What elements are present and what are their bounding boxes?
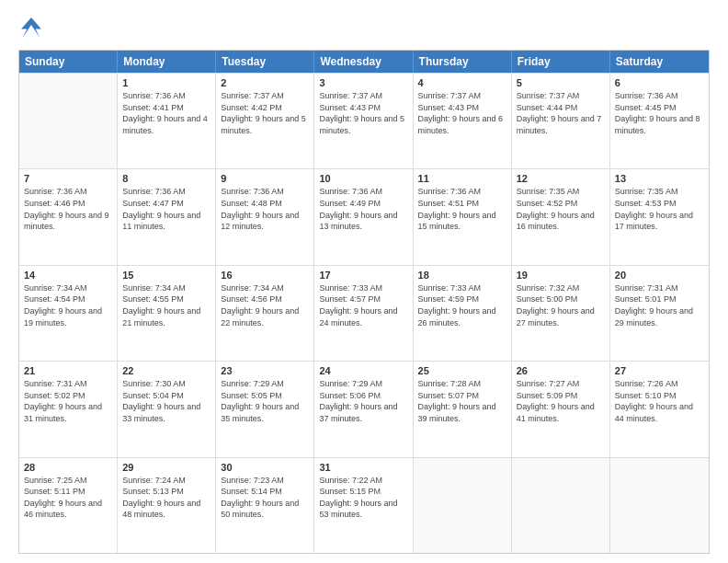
day-number: 29 bbox=[122, 462, 210, 473]
cell-info: Sunrise: 7:37 AMSunset: 4:43 PMDaylight:… bbox=[418, 90, 506, 136]
calendar-cell: 29Sunrise: 7:24 AMSunset: 5:13 PMDayligh… bbox=[118, 458, 216, 553]
calendar: SundayMondayTuesdayWednesdayThursdayFrid… bbox=[18, 50, 710, 554]
cell-info: Sunrise: 7:35 AMSunset: 4:53 PMDaylight:… bbox=[615, 186, 704, 232]
day-number: 20 bbox=[615, 270, 704, 281]
calendar-row-0: 1Sunrise: 7:36 AMSunset: 4:41 PMDaylight… bbox=[19, 73, 709, 168]
page: SundayMondayTuesdayWednesdayThursdayFrid… bbox=[0, 0, 728, 563]
day-number: 25 bbox=[418, 365, 506, 376]
calendar-cell: 7Sunrise: 7:36 AMSunset: 4:46 PMDaylight… bbox=[19, 169, 118, 264]
day-number: 12 bbox=[517, 173, 605, 184]
calendar-row-2: 14Sunrise: 7:34 AMSunset: 4:54 PMDayligh… bbox=[19, 265, 709, 361]
calendar-cell: 30Sunrise: 7:23 AMSunset: 5:14 PMDayligh… bbox=[216, 458, 314, 553]
day-number: 14 bbox=[24, 270, 112, 281]
calendar-cell: 4Sunrise: 7:37 AMSunset: 4:43 PMDaylight… bbox=[414, 74, 512, 168]
cell-info: Sunrise: 7:34 AMSunset: 4:55 PMDaylight:… bbox=[122, 282, 210, 328]
cell-info: Sunrise: 7:25 AMSunset: 5:11 PMDaylight:… bbox=[24, 475, 112, 521]
calendar-row-3: 21Sunrise: 7:31 AMSunset: 5:02 PMDayligh… bbox=[19, 361, 709, 456]
cell-info: Sunrise: 7:29 AMSunset: 5:05 PMDaylight:… bbox=[221, 378, 309, 424]
cell-info: Sunrise: 7:34 AMSunset: 4:54 PMDaylight:… bbox=[24, 282, 112, 328]
calendar-cell: 18Sunrise: 7:33 AMSunset: 4:59 PMDayligh… bbox=[414, 266, 512, 361]
cell-info: Sunrise: 7:24 AMSunset: 5:13 PMDaylight:… bbox=[122, 475, 210, 521]
cell-info: Sunrise: 7:37 AMSunset: 4:42 PMDaylight:… bbox=[221, 90, 309, 136]
day-number: 22 bbox=[122, 365, 210, 376]
logo bbox=[18, 15, 48, 40]
calendar-cell: 22Sunrise: 7:30 AMSunset: 5:04 PMDayligh… bbox=[118, 362, 216, 456]
day-number: 23 bbox=[221, 365, 309, 376]
day-number: 24 bbox=[319, 365, 407, 376]
cell-info: Sunrise: 7:31 AMSunset: 5:02 PMDaylight:… bbox=[24, 378, 112, 424]
calendar-cell: 11Sunrise: 7:36 AMSunset: 4:51 PMDayligh… bbox=[414, 169, 512, 264]
day-number: 7 bbox=[24, 173, 112, 184]
calendar-cell: 16Sunrise: 7:34 AMSunset: 4:56 PMDayligh… bbox=[216, 266, 314, 361]
calendar-cell: 5Sunrise: 7:37 AMSunset: 4:44 PMDaylight… bbox=[512, 74, 610, 168]
calendar-cell: 14Sunrise: 7:34 AMSunset: 4:54 PMDayligh… bbox=[19, 266, 118, 361]
cell-info: Sunrise: 7:28 AMSunset: 5:07 PMDaylight:… bbox=[418, 378, 506, 424]
day-number: 4 bbox=[418, 77, 506, 88]
weekday-header-saturday: Saturday bbox=[610, 51, 709, 73]
calendar-cell: 31Sunrise: 7:22 AMSunset: 5:15 PMDayligh… bbox=[314, 458, 413, 553]
calendar-cell bbox=[610, 458, 709, 553]
cell-info: Sunrise: 7:37 AMSunset: 4:44 PMDaylight:… bbox=[517, 90, 605, 136]
day-number: 28 bbox=[24, 462, 112, 473]
day-number: 16 bbox=[221, 270, 309, 281]
calendar-cell: 27Sunrise: 7:26 AMSunset: 5:10 PMDayligh… bbox=[610, 362, 709, 456]
weekday-header-friday: Friday bbox=[512, 51, 610, 73]
day-number: 10 bbox=[319, 173, 407, 184]
cell-info: Sunrise: 7:34 AMSunset: 4:56 PMDaylight:… bbox=[221, 282, 309, 328]
calendar-cell: 23Sunrise: 7:29 AMSunset: 5:05 PMDayligh… bbox=[216, 362, 314, 456]
calendar-cell: 26Sunrise: 7:27 AMSunset: 5:09 PMDayligh… bbox=[512, 362, 610, 456]
cell-info: Sunrise: 7:31 AMSunset: 5:01 PMDaylight:… bbox=[615, 282, 704, 328]
calendar-cell: 9Sunrise: 7:36 AMSunset: 4:48 PMDaylight… bbox=[216, 169, 314, 264]
calendar-cell: 25Sunrise: 7:28 AMSunset: 5:07 PMDayligh… bbox=[414, 362, 512, 456]
calendar-cell: 12Sunrise: 7:35 AMSunset: 4:52 PMDayligh… bbox=[512, 169, 610, 264]
day-number: 19 bbox=[517, 270, 605, 281]
calendar-header: SundayMondayTuesdayWednesdayThursdayFrid… bbox=[19, 51, 709, 73]
calendar-cell: 2Sunrise: 7:37 AMSunset: 4:42 PMDaylight… bbox=[216, 74, 314, 168]
cell-info: Sunrise: 7:36 AMSunset: 4:49 PMDaylight:… bbox=[319, 186, 407, 232]
svg-marker-0 bbox=[21, 17, 41, 38]
weekday-header-sunday: Sunday bbox=[19, 51, 118, 73]
calendar-cell: 15Sunrise: 7:34 AMSunset: 4:55 PMDayligh… bbox=[118, 266, 216, 361]
calendar-cell bbox=[414, 458, 512, 553]
cell-info: Sunrise: 7:36 AMSunset: 4:48 PMDaylight:… bbox=[221, 186, 309, 232]
cell-info: Sunrise: 7:27 AMSunset: 5:09 PMDaylight:… bbox=[517, 378, 605, 424]
cell-info: Sunrise: 7:36 AMSunset: 4:45 PMDaylight:… bbox=[615, 90, 704, 136]
day-number: 13 bbox=[615, 173, 704, 184]
cell-info: Sunrise: 7:29 AMSunset: 5:06 PMDaylight:… bbox=[319, 378, 407, 424]
cell-info: Sunrise: 7:36 AMSunset: 4:51 PMDaylight:… bbox=[418, 186, 506, 232]
calendar-row-1: 7Sunrise: 7:36 AMSunset: 4:46 PMDaylight… bbox=[19, 168, 709, 264]
day-number: 21 bbox=[24, 365, 112, 376]
day-number: 9 bbox=[221, 173, 309, 184]
cell-info: Sunrise: 7:35 AMSunset: 4:52 PMDaylight:… bbox=[517, 186, 605, 232]
cell-info: Sunrise: 7:33 AMSunset: 4:59 PMDaylight:… bbox=[418, 282, 506, 328]
day-number: 27 bbox=[615, 365, 704, 376]
calendar-cell bbox=[512, 458, 610, 553]
cell-info: Sunrise: 7:22 AMSunset: 5:15 PMDaylight:… bbox=[319, 475, 407, 521]
day-number: 11 bbox=[418, 173, 506, 184]
calendar-body: 1Sunrise: 7:36 AMSunset: 4:41 PMDaylight… bbox=[19, 73, 709, 553]
calendar-cell: 1Sunrise: 7:36 AMSunset: 4:41 PMDaylight… bbox=[118, 74, 216, 168]
cell-info: Sunrise: 7:36 AMSunset: 4:46 PMDaylight:… bbox=[24, 186, 112, 232]
day-number: 5 bbox=[517, 77, 605, 88]
day-number: 2 bbox=[221, 77, 309, 88]
day-number: 3 bbox=[319, 77, 407, 88]
day-number: 6 bbox=[615, 77, 704, 88]
weekday-header-tuesday: Tuesday bbox=[216, 51, 314, 73]
calendar-cell bbox=[19, 74, 118, 168]
weekday-header-wednesday: Wednesday bbox=[314, 51, 413, 73]
day-number: 8 bbox=[122, 173, 210, 184]
cell-info: Sunrise: 7:36 AMSunset: 4:41 PMDaylight:… bbox=[122, 90, 210, 136]
calendar-cell: 3Sunrise: 7:37 AMSunset: 4:43 PMDaylight… bbox=[314, 74, 413, 168]
logo-icon bbox=[18, 15, 44, 40]
calendar-cell: 10Sunrise: 7:36 AMSunset: 4:49 PMDayligh… bbox=[314, 169, 413, 264]
cell-info: Sunrise: 7:33 AMSunset: 4:57 PMDaylight:… bbox=[319, 282, 407, 328]
calendar-cell: 20Sunrise: 7:31 AMSunset: 5:01 PMDayligh… bbox=[610, 266, 709, 361]
calendar-cell: 6Sunrise: 7:36 AMSunset: 4:45 PMDaylight… bbox=[610, 74, 709, 168]
cell-info: Sunrise: 7:32 AMSunset: 5:00 PMDaylight:… bbox=[517, 282, 605, 328]
day-number: 1 bbox=[122, 77, 210, 88]
calendar-cell: 28Sunrise: 7:25 AMSunset: 5:11 PMDayligh… bbox=[19, 458, 118, 553]
cell-info: Sunrise: 7:37 AMSunset: 4:43 PMDaylight:… bbox=[319, 90, 407, 136]
calendar-cell: 13Sunrise: 7:35 AMSunset: 4:53 PMDayligh… bbox=[610, 169, 709, 264]
day-number: 15 bbox=[122, 270, 210, 281]
calendar-cell: 24Sunrise: 7:29 AMSunset: 5:06 PMDayligh… bbox=[314, 362, 413, 456]
